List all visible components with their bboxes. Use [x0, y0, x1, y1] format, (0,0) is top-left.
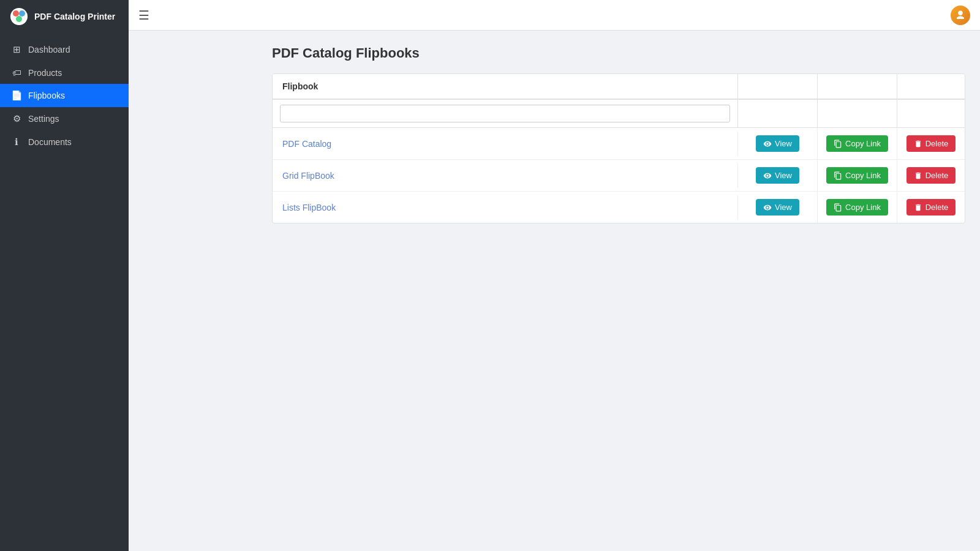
- sidebar-item-flipbooks-label: Flipbooks: [28, 91, 65, 100]
- row-1-copy-button[interactable]: Copy Link: [826, 167, 888, 184]
- row-2-name: Lists FlipBook: [273, 195, 738, 220]
- app-title: PDF Catalog Printer: [34, 12, 115, 22]
- table-row: Grid FlipBook View Copy Link Delete: [273, 160, 965, 192]
- col-header-copy: [818, 74, 897, 99]
- row-1-name: Grid FlipBook: [273, 163, 738, 188]
- filter-copy-cell: [818, 100, 897, 127]
- filter-delete-cell: [897, 100, 965, 127]
- documents-icon: ℹ: [11, 137, 22, 148]
- sidebar-item-settings[interactable]: ⚙ Settings: [0, 107, 129, 130]
- sidebar-header: PDF Catalog Printer: [0, 0, 129, 33]
- page-title: PDF Catalog Flipbooks: [272, 45, 965, 61]
- sidebar-item-dashboard[interactable]: ⊞ Dashboard: [0, 38, 129, 61]
- table-filter-row: [273, 100, 965, 128]
- row-0-delete-cell: Delete: [897, 128, 965, 159]
- flipbooks-table: Flipbook PDF Catalog View: [272, 73, 965, 223]
- filter-view-cell: [738, 100, 818, 127]
- trash-icon: [914, 171, 922, 180]
- hamburger-button[interactable]: ☰: [138, 8, 149, 23]
- svg-point-1: [13, 10, 19, 17]
- row-2-copy-cell: Copy Link: [818, 192, 897, 223]
- col-header-delete: [897, 74, 965, 99]
- row-1-delete-button[interactable]: Delete: [907, 167, 956, 184]
- sidebar-item-documents[interactable]: ℹ Documents: [0, 130, 129, 154]
- row-0-name: PDF Catalog: [273, 132, 738, 156]
- flipbooks-icon: 📄: [11, 90, 22, 101]
- dashboard-icon: ⊞: [11, 44, 22, 55]
- products-icon: 🏷: [11, 67, 22, 78]
- table-header: Flipbook: [273, 74, 965, 100]
- col-header-flipbook: Flipbook: [273, 74, 738, 99]
- settings-icon: ⚙: [11, 113, 22, 124]
- row-2-copy-button[interactable]: Copy Link: [826, 199, 888, 216]
- row-1-copy-cell: Copy Link: [818, 160, 897, 191]
- eye-icon: [763, 140, 772, 148]
- row-0-copy-button[interactable]: Copy Link: [826, 135, 888, 152]
- sidebar: PDF Catalog Printer ⊞ Dashboard 🏷 Produc…: [0, 0, 129, 551]
- svg-point-2: [19, 10, 25, 17]
- table-row: PDF Catalog View Copy Link Delete: [273, 128, 965, 160]
- sidebar-item-documents-label: Documents: [28, 137, 72, 147]
- row-1-view-button[interactable]: View: [756, 167, 799, 184]
- eye-icon: [763, 171, 772, 180]
- table-row: Lists FlipBook View Copy Link Delete: [273, 192, 965, 223]
- filter-flipbook-input[interactable]: [280, 105, 730, 122]
- sidebar-item-settings-label: Settings: [28, 114, 59, 124]
- sidebar-nav: ⊞ Dashboard 🏷 Products 📄 Flipbooks ⚙ Set…: [0, 33, 129, 154]
- sidebar-item-dashboard-label: Dashboard: [28, 45, 70, 54]
- copy-icon: [834, 171, 842, 180]
- trash-icon: [914, 203, 922, 212]
- row-1-delete-cell: Delete: [897, 160, 965, 191]
- user-avatar[interactable]: [951, 6, 970, 25]
- row-0-delete-button[interactable]: Delete: [907, 135, 956, 152]
- svg-point-3: [16, 16, 22, 22]
- row-2-view-button[interactable]: View: [756, 199, 799, 216]
- row-0-copy-cell: Copy Link: [818, 128, 897, 159]
- sidebar-item-products-label: Products: [28, 68, 62, 78]
- row-0-view-cell: View: [738, 128, 818, 159]
- user-icon: [955, 10, 966, 21]
- row-2-delete-button[interactable]: Delete: [907, 199, 956, 216]
- row-2-delete-cell: Delete: [897, 192, 965, 223]
- row-0-view-button[interactable]: View: [756, 135, 799, 152]
- copy-icon: [834, 203, 842, 212]
- filter-flipbook-cell: [273, 100, 738, 127]
- row-2-view-cell: View: [738, 192, 818, 223]
- row-1-view-cell: View: [738, 160, 818, 191]
- eye-icon: [763, 203, 772, 212]
- copy-icon: [834, 140, 842, 148]
- trash-icon: [914, 140, 922, 148]
- topbar: ☰: [129, 0, 980, 31]
- main-content: PDF Catalog Flipbooks Flipbook PDF Catal…: [257, 31, 980, 551]
- sidebar-item-flipbooks[interactable]: 📄 Flipbooks: [0, 84, 129, 107]
- app-logo: [10, 7, 28, 26]
- col-header-view: [738, 74, 818, 99]
- sidebar-item-products[interactable]: 🏷 Products: [0, 61, 129, 84]
